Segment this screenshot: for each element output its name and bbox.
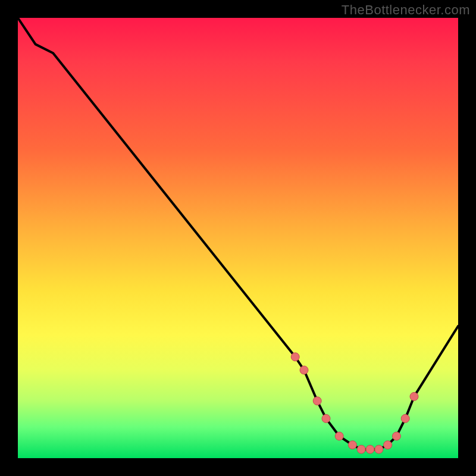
chart-overlay	[18, 18, 458, 458]
marker-point	[300, 366, 308, 374]
marker-point	[357, 445, 365, 453]
marker-point	[313, 397, 321, 405]
marker-point	[366, 445, 374, 453]
marker-point	[401, 414, 409, 422]
marker-point	[384, 441, 392, 449]
chart-frame: TheBottlenecker.com	[0, 0, 476, 476]
plot-area	[18, 18, 458, 458]
marker-point	[291, 353, 299, 361]
marker-point	[322, 414, 330, 422]
marker-point	[410, 392, 418, 400]
marker-point	[335, 432, 343, 440]
marker-point	[348, 441, 356, 449]
marker-point	[375, 445, 383, 453]
marker-point	[392, 432, 400, 440]
marker-group	[291, 353, 418, 453]
watermark-label: TheBottlenecker.com	[342, 2, 470, 18]
bottleneck-curve	[18, 18, 458, 449]
